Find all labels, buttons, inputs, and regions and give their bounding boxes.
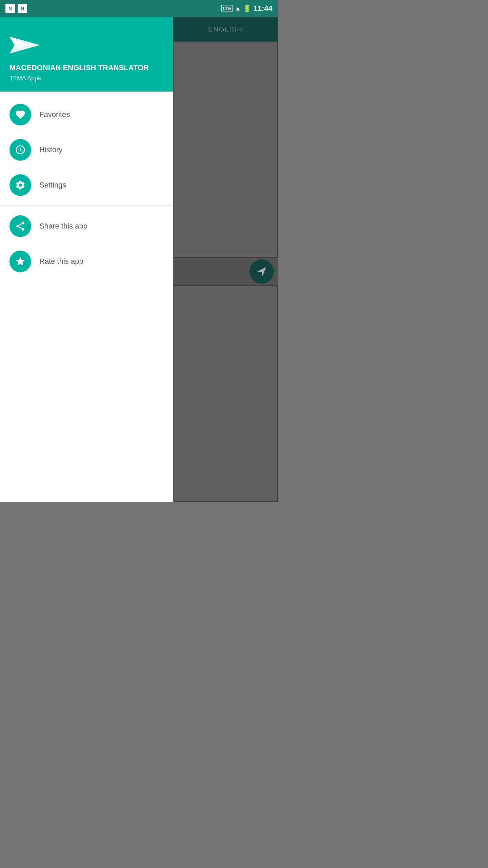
app-layout: MACEDONIAN ENGLISH TRANSLATOR TTMA Apps … bbox=[0, 17, 278, 502]
settings-label: Settings bbox=[39, 181, 66, 190]
nougat-icon-1: N bbox=[5, 4, 15, 13]
status-bar-left: N N bbox=[5, 4, 27, 13]
clock-icon bbox=[15, 144, 26, 155]
developer-name: TTMA Apps bbox=[9, 75, 163, 82]
menu-item-share[interactable]: Share this app bbox=[0, 209, 173, 244]
clock-display: 11:44 bbox=[253, 4, 272, 13]
navigation-drawer: MACEDONIAN ENGLISH TRANSLATOR TTMA Apps … bbox=[0, 17, 173, 502]
signal-icon: ▲ bbox=[235, 5, 241, 12]
menu-divider bbox=[0, 205, 173, 206]
status-bar: N N LTE ▲ 🔋 11:44 bbox=[0, 0, 278, 17]
status-bar-right: LTE ▲ 🔋 11:44 bbox=[221, 4, 272, 13]
gear-icon bbox=[15, 180, 26, 191]
menu-item-settings[interactable]: Settings bbox=[0, 167, 173, 203]
share-icon-circle bbox=[9, 215, 31, 237]
menu-item-history[interactable]: History bbox=[0, 132, 173, 167]
history-label: History bbox=[39, 145, 62, 154]
rate-label: Rate this app bbox=[39, 257, 83, 266]
drawer-header: MACEDONIAN ENGLISH TRANSLATOR TTMA Apps bbox=[0, 17, 173, 92]
history-icon-circle bbox=[9, 139, 31, 161]
main-panel: ENGLISH bbox=[173, 17, 278, 502]
drawer-scrim[interactable] bbox=[173, 17, 278, 502]
app-logo bbox=[9, 33, 40, 57]
battery-icon: 🔋 bbox=[243, 4, 251, 13]
menu-item-rate[interactable]: Rate this app bbox=[0, 244, 173, 279]
rate-icon-circle bbox=[9, 251, 31, 272]
favorites-label: Favorites bbox=[39, 110, 70, 119]
share-icon bbox=[15, 221, 26, 232]
favorites-icon-circle bbox=[9, 104, 31, 125]
app-title: MACEDONIAN ENGLISH TRANSLATOR bbox=[9, 63, 163, 73]
share-label: Share this app bbox=[39, 222, 87, 231]
star-icon bbox=[15, 256, 26, 267]
drawer-menu: Favorites History Settings bbox=[0, 92, 173, 502]
nougat-icon-2: N bbox=[18, 4, 27, 13]
lte-badge: LTE bbox=[221, 5, 232, 12]
menu-item-favorites[interactable]: Favorites bbox=[0, 97, 173, 132]
settings-icon-circle bbox=[9, 174, 31, 196]
heart-icon bbox=[15, 109, 26, 120]
